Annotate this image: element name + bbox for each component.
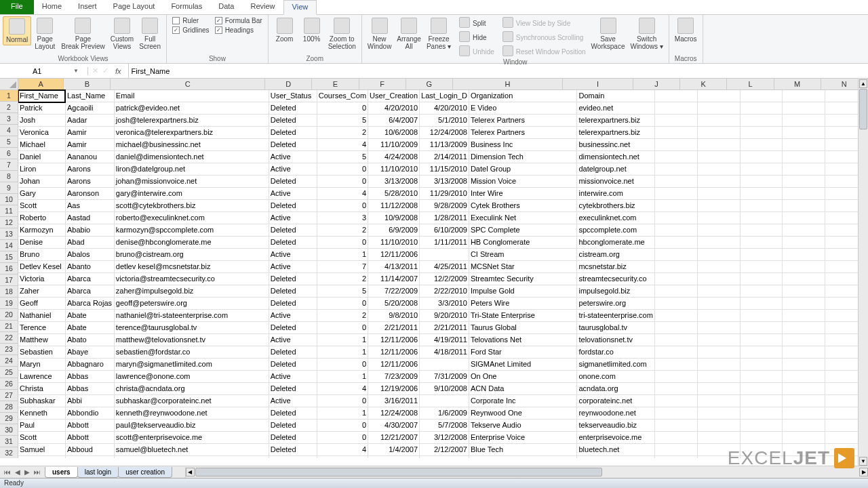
cell[interactable]: Deleted — [269, 383, 317, 395]
cell[interactable] — [783, 102, 825, 115]
cell[interactable] — [654, 163, 697, 176]
cell[interactable]: 2 — [317, 127, 368, 139]
cell[interactable]: 11/14/2007 — [368, 273, 420, 285]
col-header-I[interactable]: I — [563, 79, 633, 90]
row-header[interactable]: 1 — [0, 90, 18, 102]
cell[interactable] — [740, 298, 783, 310]
cells[interactable]: First_NameLast_NameEmailUser_StatusCours… — [18, 90, 868, 458]
cell[interactable]: 0 — [317, 298, 368, 310]
cell[interactable] — [783, 310, 825, 322]
cell[interactable]: Aananou — [65, 151, 114, 163]
cell[interactable]: matthew@telovationsnet.tv — [114, 334, 269, 346]
cell[interactable]: Deleted — [269, 237, 317, 249]
cell[interactable]: fordstar.co — [577, 346, 654, 359]
cell[interactable]: nathaniel@tri-stateenterprise.com — [114, 310, 269, 322]
cell[interactable] — [697, 371, 740, 383]
cell[interactable]: Detlev Kesel — [18, 261, 65, 273]
cell[interactable]: christa@acndata.org — [114, 383, 269, 395]
cell[interactable]: Reynwood One — [469, 407, 577, 420]
cell[interactable] — [783, 176, 825, 188]
cell[interactable]: Liron — [18, 163, 65, 176]
cell[interactable]: hbconglomerate.me — [577, 237, 654, 249]
formula-input[interactable] — [129, 67, 868, 75]
cell[interactable]: User_Creation — [368, 90, 420, 102]
cell[interactable]: Geoff — [18, 298, 65, 310]
cell[interactable]: Enterprise Voice — [469, 432, 577, 444]
cell[interactable]: bluetech.net — [577, 444, 654, 456]
cell[interactable]: On One — [469, 371, 577, 383]
cell[interactable] — [740, 432, 783, 444]
cell[interactable]: 0 — [317, 237, 368, 249]
cell[interactable]: interwire.com — [577, 188, 654, 200]
cell[interactable]: Karmozyn — [18, 224, 65, 237]
cell[interactable]: Impulse Gold — [469, 285, 577, 298]
cell[interactable] — [654, 139, 697, 151]
cell[interactable]: tekserveaudio.biz — [577, 420, 654, 432]
cell[interactable]: 6/4/2007 — [368, 115, 420, 127]
cell[interactable]: Agcaoili — [65, 102, 114, 115]
cell[interactable]: Mission Voice — [469, 176, 577, 188]
row-header[interactable]: 12 — [0, 217, 18, 228]
cell[interactable]: 11/10/2010 — [368, 237, 420, 249]
cell[interactable]: 2 — [317, 310, 368, 322]
cell[interactable]: Abad — [65, 237, 114, 249]
cell[interactable]: Abboud — [65, 456, 114, 459]
cell[interactable]: Abate — [65, 322, 114, 334]
row-header[interactable]: 4 — [0, 125, 18, 136]
cell[interactable]: 3/3/2010 — [420, 298, 469, 310]
split-button[interactable]: Split — [456, 16, 497, 30]
cell[interactable]: roberto@execulinknet.com — [114, 212, 269, 224]
cell[interactable] — [783, 151, 825, 163]
cell[interactable]: Peters Wire — [469, 298, 577, 310]
cell[interactable]: Deleted — [269, 127, 317, 139]
cell[interactable]: samuel@bluetech.net — [114, 444, 269, 456]
tab-insert[interactable]: Insert — [70, 0, 105, 14]
cell[interactable] — [697, 359, 740, 371]
next-sheet-icon[interactable]: ▶ — [23, 468, 31, 476]
cell[interactable]: subhaskar@corporateinc.net — [114, 395, 269, 407]
freeze-panes-button[interactable]: FreezePanes ▾ — [424, 16, 454, 52]
scroll-left-icon[interactable]: ◀ — [186, 468, 195, 476]
cell[interactable]: 11/10/2010 — [368, 163, 420, 176]
cell[interactable] — [697, 322, 740, 334]
cell[interactable]: btgold.tv — [577, 456, 654, 459]
cell[interactable] — [783, 237, 825, 249]
cell[interactable] — [740, 310, 783, 322]
cell[interactable] — [783, 127, 825, 139]
cell[interactable]: 0 — [317, 420, 368, 432]
cell[interactable]: dan@btgold.tv — [114, 456, 269, 459]
cell[interactable]: Active — [269, 163, 317, 176]
cell[interactable] — [740, 420, 783, 432]
100--button[interactable]: 100% — [298, 16, 326, 44]
cell[interactable] — [783, 212, 825, 224]
cell[interactable] — [697, 273, 740, 285]
cell[interactable]: Ababio — [65, 224, 114, 237]
cell[interactable]: 10/9/2008 — [368, 212, 420, 224]
name-box[interactable]: ▼ — [30, 67, 88, 75]
cell[interactable] — [697, 188, 740, 200]
cell[interactable]: enterprisevoice.me — [577, 432, 654, 444]
cell[interactable]: 4 — [317, 444, 368, 456]
cell[interactable]: execulinknet.com — [577, 212, 654, 224]
row-header[interactable]: 23 — [0, 344, 18, 355]
full-screen-button[interactable]: FullScreen — [136, 16, 163, 52]
cell[interactable] — [783, 383, 825, 395]
cell[interactable]: 2/21/2011 — [368, 322, 420, 334]
cell[interactable]: 6/10/2009 — [420, 224, 469, 237]
cell[interactable]: SPC Complete — [469, 224, 577, 237]
cell[interactable] — [420, 249, 469, 261]
row-header[interactable]: 22 — [0, 332, 18, 344]
last-sheet-icon[interactable]: ⏭ — [33, 468, 42, 476]
col-header-L[interactable]: L — [727, 79, 774, 90]
cell[interactable] — [740, 224, 783, 237]
cell[interactable] — [697, 212, 740, 224]
cell[interactable]: 12/11/2006 — [368, 334, 420, 346]
cell[interactable]: 2/21/2011 — [420, 322, 469, 334]
cell[interactable]: sebastien@fordstar.co — [114, 346, 269, 359]
cell[interactable]: Domain — [577, 90, 654, 102]
cell[interactable]: 2/12/2007 — [420, 444, 469, 456]
sheet-tab-last-login[interactable]: last login — [77, 467, 119, 478]
cell[interactable]: Sebastien — [18, 346, 65, 359]
row-header[interactable]: 29 — [0, 413, 18, 424]
row-header[interactable]: 20 — [0, 309, 18, 321]
